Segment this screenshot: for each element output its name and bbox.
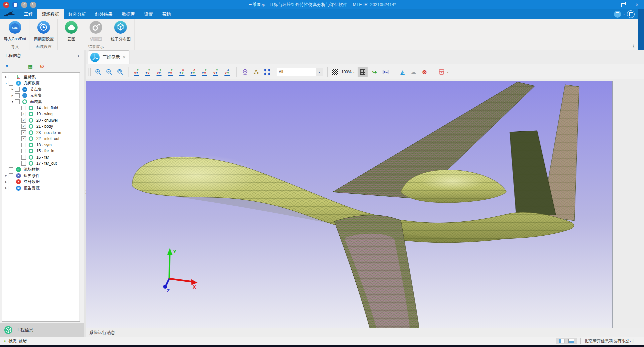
ribbon-layout-button[interactable]: [614, 11, 621, 18]
menu-item-2[interactable]: 流场数据: [37, 9, 64, 19]
view-iso-2-icon[interactable]: Yxz: [212, 68, 221, 76]
tree-item[interactable]: 16 - far: [2, 154, 80, 161]
view-bottom-icon[interactable]: XzY: [190, 68, 198, 76]
tree-item[interactable]: ▶✶红外数据: [2, 179, 80, 185]
combobox-dropdown-icon[interactable]: ▾: [316, 68, 323, 76]
zoom-in-button[interactable]: [94, 68, 102, 76]
view-right-icon[interactable]: Yzx: [167, 68, 175, 76]
tree-checkbox[interactable]: [21, 155, 26, 160]
tree-item[interactable]: ✓23 - nozzle_in: [2, 130, 80, 136]
tree-item[interactable]: ✓19 - wing: [2, 111, 80, 117]
tree-checkbox[interactable]: [9, 167, 13, 172]
tree-item[interactable]: 14 - int_fluid: [2, 105, 80, 111]
view-back-icon[interactable]: Yzx: [145, 68, 153, 76]
notebook-panel-button[interactable]: [627, 10, 635, 18]
expander-closed-icon[interactable]: ▶: [10, 94, 15, 97]
menu-item-1[interactable]: 工程: [19, 9, 37, 19]
tab-3d-view[interactable]: 三维显示 ✕: [88, 50, 130, 64]
particles-button[interactable]: [252, 68, 260, 76]
tree-item[interactable]: 15 - far_in: [2, 148, 80, 154]
menu-item-6[interactable]: 设置: [140, 9, 158, 19]
dither-pattern-icon[interactable]: [332, 69, 338, 75]
new-file-button[interactable]: [12, 2, 18, 8]
list-view-button[interactable]: ≡: [16, 63, 22, 69]
layout-left-panel-icon[interactable]: [559, 339, 564, 343]
export-view-button[interactable]: ↪: [371, 68, 379, 76]
view-top-icon[interactable]: XzY: [178, 68, 187, 76]
tree-checkbox[interactable]: [9, 173, 13, 178]
ribbon-button-cas[interactable]: cas导入Cas/Dat: [1, 20, 28, 45]
smooth-shading-button[interactable]: ☁: [410, 68, 418, 76]
layout-bottom-panel-icon[interactable]: [568, 339, 574, 343]
tree-checkbox[interactable]: ✓: [21, 112, 26, 116]
zoom-out-button[interactable]: [105, 68, 113, 76]
close-button[interactable]: ✕: [630, 0, 644, 9]
view-front-icon[interactable]: Yxz: [133, 68, 142, 76]
archive-box-button[interactable]: [438, 68, 446, 76]
filter-button[interactable]: ▼: [4, 64, 10, 68]
expander-closed-icon[interactable]: ▶: [4, 187, 8, 189]
collapse-ribbon-button[interactable]: ∧ ∧: [632, 45, 635, 48]
menu-item-5[interactable]: 数据库: [117, 9, 140, 19]
screenshot-button[interactable]: [382, 68, 390, 76]
tree-checkbox[interactable]: [21, 106, 26, 110]
menu-item-3[interactable]: 红外分析: [64, 9, 91, 19]
tree-checkbox[interactable]: [9, 81, 13, 86]
tree-item[interactable]: <流场数据: [2, 167, 80, 173]
tree-checkbox[interactable]: [15, 87, 20, 92]
ribbon-button-cloud[interactable]: 云图: [59, 20, 84, 45]
tree-item[interactable]: 18 - sym: [2, 142, 80, 148]
view-left-icon[interactable]: Yxz: [156, 68, 164, 76]
tree-item[interactable]: ▶z坐标系: [2, 74, 80, 80]
restore-button[interactable]: [616, 0, 630, 9]
tree-checkbox[interactable]: [21, 149, 26, 153]
zoom-level-value[interactable]: 100%: [341, 70, 352, 74]
tree-item[interactable]: 17 - far_out: [2, 160, 80, 167]
camera-view-button[interactable]: [241, 68, 249, 76]
app-button[interactable]: ✈: [3, 2, 9, 8]
minimize-button[interactable]: ─: [602, 0, 616, 9]
expander-closed-icon[interactable]: ▶: [4, 181, 8, 183]
zoom-level-caret-icon[interactable]: ▾: [353, 71, 355, 74]
redo-button[interactable]: ↻: [30, 2, 36, 8]
expander-closed-icon[interactable]: ▶: [10, 88, 15, 91]
locate-button[interactable]: ⊙: [39, 64, 45, 69]
tree-item[interactable]: ✓21 - body: [2, 123, 80, 130]
tree-checkbox[interactable]: ✓: [21, 136, 26, 141]
tree-item[interactable]: ▼面域集: [2, 99, 80, 105]
tree-checkbox[interactable]: [9, 180, 13, 184]
zoom-fit-button[interactable]: [116, 68, 124, 76]
ribbon-layout-caret-icon[interactable]: ▾: [623, 13, 625, 16]
box-select-button[interactable]: [263, 68, 271, 76]
grid-toggle-button[interactable]: [358, 67, 368, 77]
collapse-panel-button[interactable]: ‹: [78, 53, 79, 58]
view-iso-1-icon[interactable]: Yzx: [201, 68, 209, 76]
tree-item[interactable]: ✓22 - inlet_out: [2, 136, 80, 142]
viewport-3d-scene[interactable]: Y X Z: [86, 81, 613, 329]
expander-open-icon[interactable]: ▼: [10, 101, 15, 103]
display-filter-combobox[interactable]: All ▾: [276, 68, 323, 76]
tree-checkbox[interactable]: [9, 75, 13, 79]
tree-item[interactable]: ▶⚑边界条件: [2, 173, 80, 179]
tree-checkbox[interactable]: [21, 161, 26, 166]
tree-item[interactable]: ▶◌元素集: [2, 93, 80, 99]
tree-item[interactable]: ▶∞节点集: [2, 86, 80, 93]
expander-closed-icon[interactable]: ▶: [4, 76, 8, 78]
tree-checkbox[interactable]: [21, 143, 26, 147]
tree-checkbox[interactable]: [9, 186, 13, 190]
tab-close-icon[interactable]: ✕: [123, 55, 126, 60]
panel-bottom-bar[interactable]: 工程信息: [0, 323, 84, 337]
tree-checkbox[interactable]: [15, 93, 20, 98]
tree-item[interactable]: ✓20 - chuiwei: [2, 117, 80, 124]
tree-checkbox[interactable]: ✓: [21, 124, 26, 129]
ribbon-button-clock[interactable]: 周期面设置: [31, 20, 56, 45]
tree-item[interactable]: ▶▣报告资源: [2, 185, 80, 191]
undo-button[interactable]: ↺: [21, 2, 27, 8]
toolbar-drag-handle[interactable]: [89, 68, 91, 76]
clear-results-button[interactable]: ⊗: [421, 68, 429, 76]
menu-item-7[interactable]: 帮助: [158, 9, 175, 19]
tree-checkbox[interactable]: ✓: [21, 130, 26, 135]
archive-caret-icon[interactable]: ▾: [447, 71, 449, 74]
tree-checkbox[interactable]: [15, 99, 20, 104]
expander-open-icon[interactable]: ▼: [4, 82, 8, 84]
